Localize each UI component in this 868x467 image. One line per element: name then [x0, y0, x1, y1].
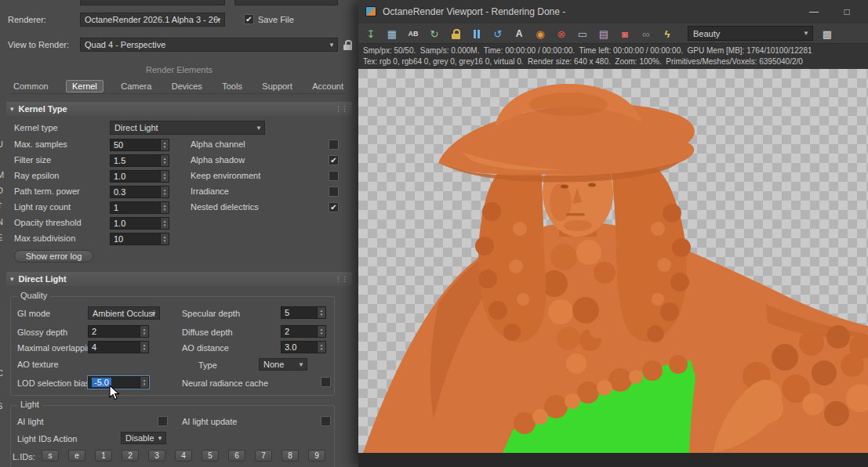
spinner-buttons[interactable]: ▴▾ — [317, 326, 325, 337]
collapse-arrow-icon: ▾ — [10, 275, 14, 283]
tab-common[interactable]: Common — [11, 81, 51, 92]
ao-distance-field[interactable]: 3.0 ▴▾ — [281, 341, 326, 353]
view-to-render-combo[interactable]: Quad 4 - Perspective ▼ — [80, 38, 338, 52]
view-lock-button[interactable] — [343, 39, 352, 53]
pause-render-icon[interactable] — [469, 27, 485, 41]
light-ray-count-field[interactable]: 1 ▴▾ — [110, 201, 169, 214]
ab-compare-icon[interactable]: AB — [405, 27, 421, 41]
lock-icon — [343, 40, 352, 50]
alpha-shadow-checkbox[interactable]: ✔ — [329, 155, 339, 165]
glossy-depth-field[interactable]: 2 ▴▾ — [88, 325, 149, 338]
ray-epsilon-label: Ray epsilon — [14, 171, 59, 180]
lid-button-5[interactable]: 5 — [202, 450, 219, 462]
opacity-threshold-field[interactable]: 1.0 ▴▾ — [110, 217, 169, 230]
material-picker-icon[interactable]: ◉ — [532, 27, 548, 41]
lid-button-8[interactable]: 8 — [281, 450, 299, 462]
object-picker-icon[interactable]: ∞ — [638, 27, 654, 41]
lid-button-e[interactable]: e — [68, 450, 85, 462]
keep-environment-checkbox[interactable] — [329, 171, 339, 181]
spinner-buttons[interactable]: ▴▾ — [160, 171, 169, 182]
specular-depth-field[interactable]: 5 ▴▾ — [281, 306, 326, 319]
tab-kernel[interactable]: Kernel — [66, 80, 104, 92]
lid-button-1[interactable]: 1 — [95, 450, 112, 462]
tab-tools[interactable]: Tools — [220, 81, 245, 92]
tab-camera[interactable]: Camera — [118, 81, 154, 92]
renderer-label: Renderer: — [8, 15, 46, 24]
lid-button-7[interactable]: 7 — [255, 450, 272, 462]
spinner-buttons[interactable]: ▴▾ — [140, 377, 148, 388]
spinner-buttons[interactable]: ▴▾ — [140, 326, 148, 337]
spinner-buttons[interactable]: ▴▾ — [160, 186, 169, 197]
film-region-icon[interactable]: ▤ — [596, 27, 612, 41]
render-region-icon[interactable]: ▭ — [575, 27, 590, 41]
ai-light-checkbox[interactable] — [158, 416, 168, 426]
tab-support[interactable]: Support — [260, 81, 295, 92]
chevron-down-icon: ▼ — [216, 16, 222, 24]
realtime-render-icon[interactable]: ϟ — [659, 27, 675, 41]
alpha-channel-checkbox[interactable] — [329, 139, 339, 150]
spinner-buttons[interactable]: ▴▾ — [160, 233, 169, 244]
render-canvas[interactable] — [358, 69, 868, 453]
ao-texture-type-value: None — [263, 360, 284, 369]
spinner-buttons[interactable]: ▴▾ — [160, 139, 169, 150]
kernel-type-rollout-header[interactable]: ▾ Kernel Type ⋮⋮ — [6, 102, 352, 116]
ao-texture-type-combo[interactable]: None ▼ — [259, 358, 307, 371]
refresh-render-icon[interactable]: ↺ — [490, 27, 506, 41]
clay-mode-icon[interactable]: ⊗ — [554, 27, 569, 41]
nested-dielectrics-checkbox[interactable]: ✔ — [329, 202, 339, 212]
camera-icon[interactable]: ◙ — [617, 27, 633, 41]
show-error-log-button[interactable]: Show error log — [14, 250, 93, 262]
spinner-buttons[interactable]: ▴▾ — [160, 155, 169, 166]
maximize-button[interactable]: □ — [833, 0, 860, 24]
copy-render-icon[interactable]: ▦ — [384, 27, 400, 41]
render-pass-combo[interactable]: Beauty ▼ — [688, 26, 813, 41]
chevron-down-icon: ▼ — [256, 125, 262, 132]
preset-combo-clipped[interactable] — [80, 0, 225, 5]
spinner-buttons[interactable]: ▴▾ — [317, 307, 325, 318]
lids-label: L.IDs: — [13, 452, 35, 462]
lid-button-3[interactable]: 3 — [148, 450, 165, 462]
neural-radiance-cache-checkbox[interactable] — [321, 377, 331, 387]
diffuse-depth-field[interactable]: 2 ▴▾ — [281, 325, 326, 338]
lid-button-s[interactable]: s — [42, 450, 59, 462]
restart-render-icon[interactable]: ↻ — [427, 27, 442, 41]
kernel-type-combo[interactable]: Direct Light ▼ — [110, 121, 265, 135]
spinner-buttons[interactable]: ▴▾ — [160, 218, 169, 229]
minimize-button[interactable]: — — [801, 0, 827, 24]
direct-light-rollout-header[interactable]: ▾ Direct Light ⋮⋮ — [6, 272, 352, 286]
chevron-down-icon: ▼ — [329, 42, 335, 49]
max-samples-field[interactable]: 50 ▴▾ — [110, 139, 169, 151]
window-titlebar[interactable]: OctaneRender Viewport - Rendering Done -… — [358, 0, 868, 24]
lid-button-4[interactable]: 4 — [175, 450, 192, 462]
gi-mode-combo[interactable]: Ambient Occlusi ▼ — [88, 306, 160, 320]
ray-epsilon-field[interactable]: 1.0 ▴▾ — [110, 170, 169, 183]
irradiance-checkbox[interactable] — [329, 186, 339, 197]
ai-light-update-checkbox[interactable] — [321, 416, 331, 426]
lock-resolution-icon[interactable] — [448, 27, 463, 41]
max-subdivision-field[interactable]: 10 ▴▾ — [110, 233, 169, 245]
renderer-combo-value: OctaneRender 2026.1 Alpha 3 - 26. — [85, 15, 220, 24]
tab-account[interactable]: Account — [310, 81, 346, 92]
tab-devices[interactable]: Devices — [169, 81, 205, 92]
spinner-buttons[interactable]: ▴▾ — [140, 342, 148, 353]
ai-light-label: AI light — [17, 417, 44, 426]
maximal-overlapping-field[interactable]: 4 ▴▾ — [88, 341, 149, 353]
light-ids-action-combo[interactable]: Disable ▼ — [121, 432, 166, 444]
filter-size-field[interactable]: 1.5 ▴▾ — [110, 154, 169, 167]
octane-viewport-window: OctaneRender Viewport - Rendering Done -… — [358, 0, 868, 467]
quality-group-title: Quality — [17, 291, 50, 300]
display-settings-icon[interactable]: ▩ — [819, 27, 835, 41]
rollout-grip-icon: ⋮⋮ — [335, 105, 347, 113]
lid-button-6[interactable]: 6 — [228, 450, 245, 462]
lid-button-2[interactable]: 2 — [122, 450, 139, 462]
path-term-power-field[interactable]: 0.3 ▴▾ — [110, 186, 169, 198]
neural-radiance-cache-label: Neural radiance cache — [182, 378, 268, 388]
renderer-combo[interactable]: OctaneRender 2026.1 Alpha 3 - 26. ▼ — [80, 13, 225, 27]
save-file-checkbox[interactable]: ✔ — [244, 14, 254, 24]
save-render-icon[interactable]: ↧ — [363, 27, 379, 41]
spinner-buttons[interactable]: ▴▾ — [160, 202, 169, 213]
preset-combo-clipped[interactable] — [234, 0, 338, 5]
focus-picker-icon[interactable]: A — [511, 27, 527, 41]
spinner-buttons[interactable]: ▴▾ — [317, 342, 325, 353]
lid-button-9[interactable]: 9 — [308, 450, 325, 462]
